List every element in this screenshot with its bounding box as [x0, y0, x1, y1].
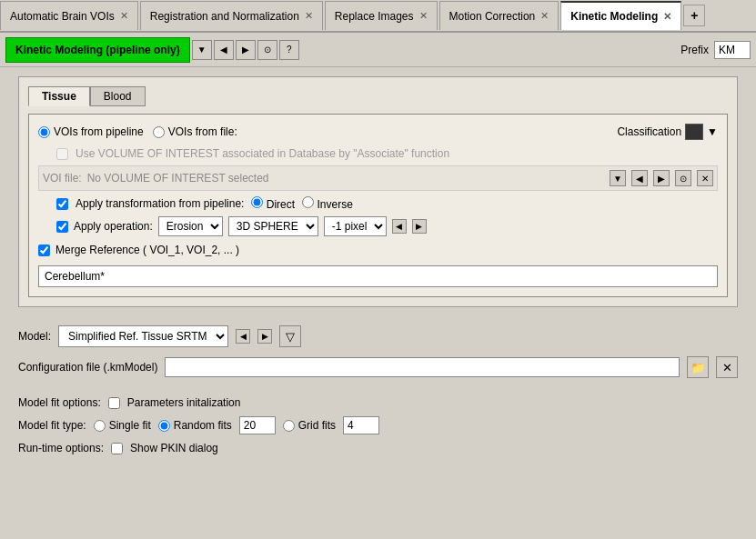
grid-fits-input[interactable] [343, 416, 379, 434]
use-volume-label: Use VOLUME OF INTEREST associated in Dat… [76, 147, 449, 160]
params-init-label: Parameters initalization [127, 396, 241, 409]
model-filter-btn[interactable]: ▽ [279, 325, 301, 347]
tab-label: Registration and Normalization [150, 10, 299, 23]
apply-transform-row: Apply transformation from pipeline: Dire… [56, 196, 718, 211]
main-content: Tissue Blood VOIs from pipeline VOIs fro… [0, 67, 756, 316]
classification-area: Classification ▼ [617, 124, 718, 140]
prefix-input[interactable] [714, 41, 751, 59]
pkin-label: Show PKIN dialog [130, 442, 218, 454]
next-btn[interactable]: ▶ [236, 40, 256, 60]
tab-motion-correction[interactable]: Motion Correction ✕ [439, 1, 559, 30]
prev-btn[interactable]: ◀ [214, 40, 234, 60]
no-voi-text: No VOLUME OF INTEREST selected [87, 172, 604, 185]
apply-op-label: Apply operation: [74, 220, 153, 233]
add-tab-button[interactable]: + [683, 5, 705, 26]
close-icon[interactable]: ✕ [305, 10, 313, 22]
random-fits-radio[interactable] [158, 420, 170, 432]
prefix-area: Prefix [680, 41, 751, 59]
tab-label: Kinetic Modeling [570, 10, 658, 23]
single-fit-label[interactable]: Single fit [94, 419, 151, 432]
classification-label: Classification [617, 125, 681, 138]
toolbar: Kinetic Modeling (pipeline only) ▼ ◀ ▶ ⊙… [0, 33, 756, 67]
config-close-btn[interactable]: ✕ [716, 356, 738, 378]
model-select[interactable]: Simplified Ref. Tissue SRTM [58, 325, 228, 347]
runtime-label: Run-time options: [18, 442, 104, 454]
model-prev-btn[interactable]: ◀ [236, 329, 250, 344]
color-swatch[interactable] [685, 124, 703, 140]
op-select-sphere[interactable]: 3D SPHERE [228, 216, 318, 236]
tab-label: Replace Images [335, 10, 414, 23]
fit-type-label: Model fit type: [18, 419, 86, 432]
fit-options-label: Model fit options: [18, 396, 101, 409]
voi-settings-btn[interactable]: ⊙ [675, 170, 691, 186]
use-volume-checkbox[interactable] [56, 148, 68, 160]
config-input[interactable] [165, 357, 680, 377]
apply-transform-label: Apply transformation from pipeline: [76, 197, 244, 210]
merge-checkbox[interactable] [38, 245, 50, 256]
inverse-radio[interactable] [302, 196, 314, 208]
voi-from-file-radio[interactable] [153, 126, 165, 138]
voi-close-btn[interactable]: ✕ [697, 170, 713, 186]
tab-registration[interactable]: Registration and Normalization ✕ [140, 1, 323, 30]
model-section: Model: Simplified Ref. Tissue SRTM ◀ ▶ ▽… [0, 316, 756, 396]
single-fit-radio[interactable] [94, 420, 106, 432]
tab-automatic-brain-vois[interactable]: Automatic Brain VOIs ✕ [0, 1, 138, 30]
tab-label: Motion Correction [449, 10, 536, 23]
config-row: Configuration file (.kmModel) 📁 ✕ [18, 356, 738, 378]
fit-section: Model fit options: Parameters initalizat… [0, 396, 756, 454]
op-select-pixel[interactable]: -1 pixel [324, 216, 387, 236]
direct-radio[interactable] [251, 196, 263, 208]
dropdown-btn[interactable]: ▼ [192, 40, 212, 60]
settings-btn[interactable]: ⊙ [257, 40, 277, 60]
model-label: Model: [18, 330, 51, 343]
inverse-label[interactable]: Inverse [302, 196, 353, 211]
merge-label: Merge Reference ( VOI_1, VOI_2, ... ) [55, 244, 239, 256]
apply-transform-checkbox[interactable] [56, 198, 68, 210]
tab-kinetic-modeling[interactable]: Kinetic Modeling ✕ [560, 1, 681, 30]
apply-op-checkbox[interactable] [56, 221, 68, 233]
fit-options-row: Model fit options: Parameters initalizat… [18, 396, 738, 409]
prefix-label: Prefix [680, 44, 709, 56]
voi-next-btn[interactable]: ▶ [653, 170, 670, 186]
tab-replace-images[interactable]: Replace Images ✕ [325, 1, 438, 30]
fit-type-row: Model fit type: Single fit Random fits G… [18, 416, 738, 434]
direct-label[interactable]: Direct [251, 196, 295, 211]
voi-dropdown-btn[interactable]: ▼ [610, 170, 626, 186]
voi-from-pipeline-label[interactable]: VOIs from pipeline [38, 125, 144, 138]
voi-prev-btn[interactable]: ◀ [631, 170, 648, 186]
inner-panel: Tissue Blood VOIs from pipeline VOIs fro… [18, 76, 738, 307]
pipeline-label: Kinetic Modeling (pipeline only) [5, 37, 190, 63]
close-icon[interactable]: ✕ [540, 10, 549, 22]
sub-tab-blood[interactable]: Blood [90, 86, 146, 106]
grid-fits-label[interactable]: Grid fits [283, 419, 336, 432]
sub-tabs: Tissue Blood [28, 86, 728, 106]
model-row: Model: Simplified Ref. Tissue SRTM ◀ ▶ ▽ [18, 325, 738, 347]
voi-from-file-label[interactable]: VOIs from file: [153, 125, 237, 138]
config-open-btn[interactable]: 📁 [687, 356, 709, 378]
help-btn[interactable]: ? [279, 40, 299, 60]
voi-from-pipeline-radio[interactable] [38, 126, 50, 138]
params-init-checkbox[interactable] [108, 397, 120, 409]
random-fits-label[interactable]: Random fits [158, 419, 232, 432]
close-icon[interactable]: ✕ [663, 11, 671, 23]
random-fits-input[interactable] [239, 416, 276, 434]
sub-tab-tissue[interactable]: Tissue [28, 86, 90, 106]
panel-body: VOIs from pipeline VOIs from file: Class… [28, 114, 728, 297]
close-icon[interactable]: ✕ [120, 10, 128, 22]
pkin-checkbox[interactable] [111, 443, 123, 454]
voi-text-input[interactable] [38, 265, 718, 287]
voi-source-row: VOIs from pipeline VOIs from file: Class… [38, 124, 718, 140]
dropdown-arrow[interactable]: ▼ [707, 125, 718, 138]
tab-bar: Automatic Brain VOIs ✕ Registration and … [0, 0, 756, 33]
model-next-btn[interactable]: ▶ [257, 329, 272, 344]
voi-file-row: VOI file: No VOLUME OF INTEREST selected… [38, 165, 718, 191]
use-volume-row: Use VOLUME OF INTEREST associated in Dat… [56, 147, 718, 160]
op-select-erosion[interactable]: Erosion [158, 216, 223, 236]
close-icon[interactable]: ✕ [419, 10, 428, 22]
runtime-row: Run-time options: Show PKIN dialog [18, 442, 738, 454]
apply-op-row: Apply operation: Erosion 3D SPHERE -1 pi… [56, 216, 718, 236]
tab-label: Automatic Brain VOIs [10, 10, 115, 23]
op-prev-btn[interactable]: ◀ [392, 219, 407, 234]
grid-fits-radio[interactable] [283, 420, 295, 432]
op-next-btn[interactable]: ▶ [412, 219, 427, 234]
